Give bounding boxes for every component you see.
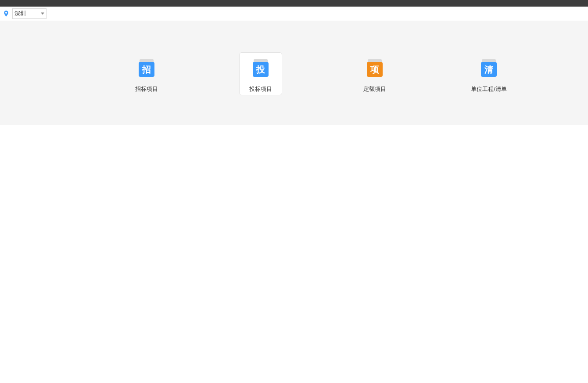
- svg-text:项: 项: [370, 65, 379, 74]
- svg-text:招: 招: [142, 65, 151, 74]
- project-type-icon: 招: [135, 56, 158, 80]
- project-type-label: 投标项目: [249, 85, 272, 93]
- location-value: 深圳: [14, 10, 26, 18]
- project-type-0[interactable]: 招招标项目: [125, 52, 168, 95]
- project-type-icon: 项: [363, 56, 387, 80]
- dropdown-arrow-icon: [41, 13, 44, 15]
- project-type-3[interactable]: 清单位工程/清单: [467, 52, 510, 95]
- project-type-label: 定额项目: [363, 85, 386, 93]
- project-type-label: 单位工程/清单: [471, 85, 507, 93]
- location-pin-icon: [3, 10, 10, 17]
- project-type-4[interactable]: 单: [581, 52, 588, 95]
- project-type-icon: 清: [477, 56, 501, 80]
- project-type-2[interactable]: 项定额项目: [353, 52, 396, 95]
- svg-text:清: 清: [484, 65, 493, 74]
- project-type-1[interactable]: 投投标项目: [239, 52, 282, 95]
- app-title-bar: [0, 0, 588, 7]
- project-type-label: 招标项目: [135, 85, 158, 93]
- project-type-icon: 投: [249, 56, 272, 80]
- project-type-area: 招招标项目投投标项目项定额项目清单位工程/清单单: [0, 21, 588, 125]
- location-bar: 深圳: [0, 7, 588, 21]
- location-select[interactable]: 深圳: [12, 8, 47, 19]
- svg-text:投: 投: [256, 65, 265, 74]
